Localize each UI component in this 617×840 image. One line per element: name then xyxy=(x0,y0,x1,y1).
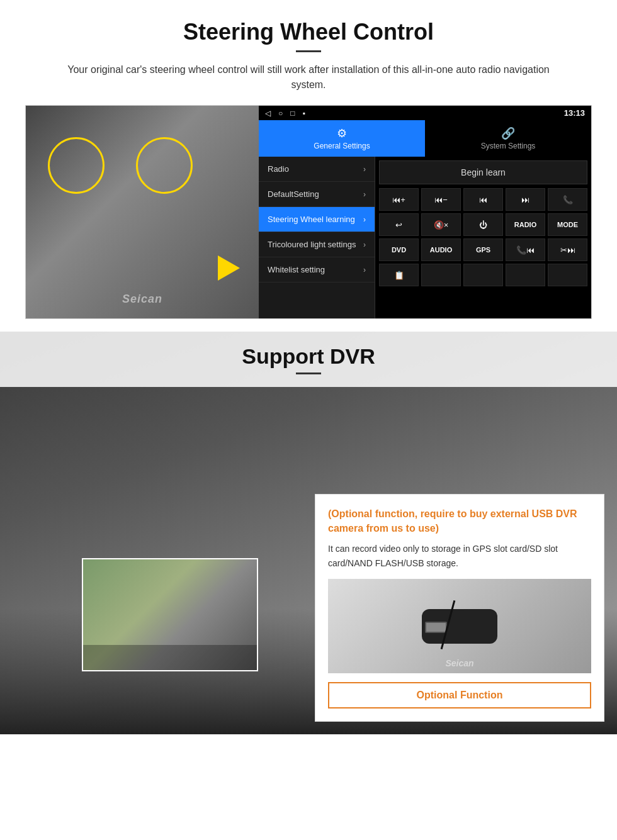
ctrl-vol-up[interactable]: ⏮+ xyxy=(379,188,419,211)
steering-wheel-image: Seican xyxy=(26,106,259,318)
usb-plug xyxy=(425,622,447,633)
arrow-indicator xyxy=(218,255,240,281)
statusbar-time: 13:13 xyxy=(564,108,585,118)
chevron-icon-4: › xyxy=(363,240,366,249)
ctrl-extra[interactable]: 📋 xyxy=(379,264,419,286)
chevron-icon-2: › xyxy=(363,190,366,199)
ctrl-prev[interactable]: ⏮ xyxy=(463,188,503,211)
ctrl-phone-prev[interactable]: 📞⏮ xyxy=(506,238,545,261)
tab-general-label: General Settings xyxy=(314,142,370,150)
general-settings-icon: ⚙ xyxy=(263,126,421,140)
dvr-info-card: (Optional function, require to buy exter… xyxy=(315,494,604,722)
system-settings-icon: 🔗 xyxy=(429,126,587,140)
ctrl-phone-next[interactable]: ✂⏭ xyxy=(548,238,587,261)
ctrl-empty-3 xyxy=(506,264,545,286)
statusbar-nav-icons: ◁ ○ □ ▪ xyxy=(265,109,305,118)
dvr-camera-image: Seican xyxy=(328,579,591,673)
ctrl-next[interactable]: ⏭ xyxy=(506,188,545,211)
steering-divider xyxy=(296,50,321,52)
ctrl-empty-2 xyxy=(463,264,503,286)
android-content: Radio › DefaultSetting › Steering Wheel … xyxy=(259,157,591,318)
menu-tricoloured-label: Tricoloured light settings xyxy=(268,240,356,249)
menu-radio-label: Radio xyxy=(268,164,289,174)
menu-whitelist-label: Whitelist setting xyxy=(268,265,325,274)
back-icon[interactable]: ◁ xyxy=(265,109,271,118)
menu-item-steering-wheel-learning[interactable]: Steering Wheel learning › xyxy=(259,207,375,232)
menu-default-label: DefaultSetting xyxy=(268,189,319,199)
chevron-icon-5: › xyxy=(363,266,366,274)
ctrl-mute[interactable]: 🔇× xyxy=(421,213,461,236)
optional-function-button[interactable]: Optional Function xyxy=(328,682,591,708)
ctrl-gps[interactable]: GPS xyxy=(463,238,503,261)
tab-system-settings[interactable]: 🔗 System Settings xyxy=(425,120,591,157)
ctrl-dvd[interactable]: DVD xyxy=(379,238,419,261)
ctrl-mode[interactable]: MODE xyxy=(548,213,587,236)
menu-item-radio[interactable]: Radio › xyxy=(259,157,375,182)
dvr-background: Support DVR (Optional function, require … xyxy=(0,332,617,734)
android-tabs: ⚙ General Settings 🔗 System Settings xyxy=(259,120,591,157)
menu-icon[interactable]: ▪ xyxy=(303,109,305,118)
android-statusbar: ◁ ○ □ ▪ 13:13 xyxy=(259,106,591,120)
chevron-icon: › xyxy=(363,165,366,174)
seican-watermark: Seican xyxy=(122,293,162,306)
dvr-description: It can record video only to storage in G… xyxy=(328,542,591,570)
ctrl-vol-down[interactable]: ⏮− xyxy=(421,188,461,211)
steering-section: Steering Wheel Control Your original car… xyxy=(0,0,617,332)
ctrl-empty-4 xyxy=(548,264,587,286)
android-menu: Radio › DefaultSetting › Steering Wheel … xyxy=(259,157,375,318)
chevron-icon-3: › xyxy=(363,215,366,224)
steering-title: Steering Wheel Control xyxy=(25,19,592,45)
control-buttons-grid: ⏮+ ⏮− ⏮ ⏭ 📞 ↩ 🔇× ⏻ RADIO MODE DVD AUDIO … xyxy=(379,188,587,286)
ctrl-back[interactable]: ↩ xyxy=(379,213,419,236)
android-panel: ◁ ○ □ ▪ 13:13 ⚙ General Settings 🔗 Syste… xyxy=(259,106,591,318)
dvr-divider xyxy=(296,372,321,374)
dvr-title-overlay: Support DVR xyxy=(0,332,617,387)
steering-wheel-bg: Seican xyxy=(26,106,259,318)
steering-screenshot: Seican ◁ ○ □ ▪ 13:13 ⚙ General Settings xyxy=(25,105,592,319)
ctrl-phone[interactable]: 📞 xyxy=(548,188,587,211)
camera-body xyxy=(422,609,497,644)
ctrl-power[interactable]: ⏻ xyxy=(463,213,503,236)
tab-general-settings[interactable]: ⚙ General Settings xyxy=(259,120,425,157)
begin-learn-button[interactable]: Begin learn xyxy=(379,160,587,184)
ctrl-empty-1 xyxy=(421,264,461,286)
steering-subtitle: Your original car's steering wheel contr… xyxy=(50,62,567,92)
menu-item-tricoloured[interactable]: Tricoloured light settings › xyxy=(259,232,375,257)
dvr-preview-image xyxy=(82,558,258,671)
wheel-circle-left xyxy=(48,137,105,194)
ctrl-radio[interactable]: RADIO xyxy=(506,213,545,236)
android-controls-panel: Begin learn ⏮+ ⏮− ⏮ ⏭ 📞 ↩ 🔇× ⏻ RADIO MOD… xyxy=(375,157,591,318)
recents-icon[interactable]: □ xyxy=(290,109,295,118)
wheel-circle-right xyxy=(136,137,193,194)
home-icon[interactable]: ○ xyxy=(278,109,283,118)
dvr-section: Support DVR (Optional function, require … xyxy=(0,332,617,734)
menu-swl-label: Steering Wheel learning xyxy=(268,215,355,224)
dvr-title: Support DVR xyxy=(13,344,604,369)
begin-learn-row: Begin learn xyxy=(379,160,587,184)
ctrl-audio[interactable]: AUDIO xyxy=(421,238,461,261)
menu-item-whitelist[interactable]: Whitelist setting › xyxy=(259,257,375,283)
tab-system-label: System Settings xyxy=(481,142,536,150)
menu-item-defaultsetting[interactable]: DefaultSetting › xyxy=(259,182,375,207)
dvr-optional-title: (Optional function, require to buy exter… xyxy=(328,507,591,535)
seican-dvr-watermark: Seican xyxy=(445,658,473,668)
